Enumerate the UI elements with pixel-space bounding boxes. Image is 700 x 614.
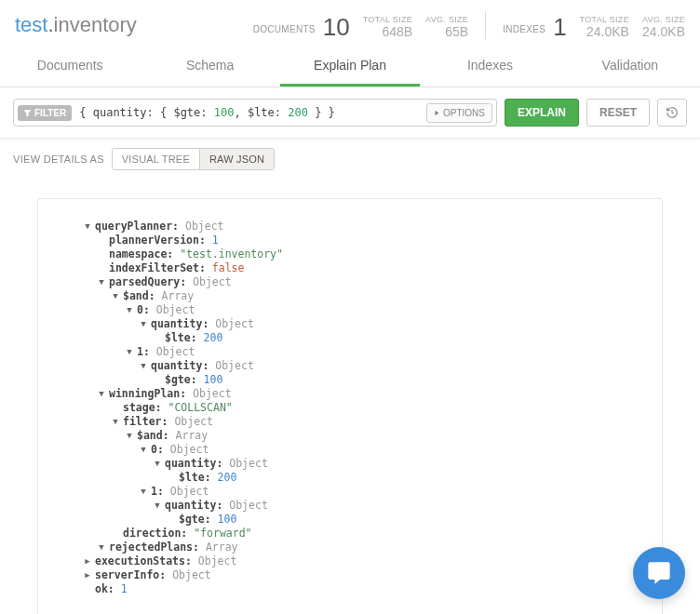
tree-row[interactable]: serverInfo: Object: [55, 568, 645, 582]
tree-key: rejectedPlans: [109, 541, 193, 554]
tree-key: serverInfo: [95, 568, 159, 582]
tree-value: 200: [218, 471, 237, 485]
history-button[interactable]: [657, 99, 687, 127]
docs-avg-size-label: AVG. SIZE: [425, 15, 468, 24]
tree-arrow-icon[interactable]: [97, 387, 106, 401]
tree-row[interactable]: 1: Object: [55, 485, 645, 499]
collection-name: inventory: [54, 13, 137, 36]
tree-value: Object: [170, 443, 209, 457]
tree-key: parsedQuery: [109, 275, 180, 289]
view-details-label: VIEW DETAILS AS: [13, 154, 104, 165]
tree-row[interactable]: quantity: Object: [55, 359, 645, 373]
tree-value: 200: [204, 331, 223, 345]
db-name: test: [15, 13, 47, 36]
tree-row: indexFilterSet: false: [55, 261, 645, 275]
tree-arrow-icon[interactable]: [125, 429, 134, 443]
tree-value: Object: [193, 275, 232, 289]
tree-row[interactable]: $and: Array: [55, 429, 645, 443]
reset-button[interactable]: RESET: [586, 99, 650, 127]
tree-arrow-icon[interactable]: [97, 541, 106, 554]
tree-row[interactable]: quantity: Object: [55, 499, 645, 513]
tree-value: "test.inventory": [180, 247, 283, 261]
idx-total-size-label: TOTAL SIZE: [580, 15, 629, 24]
tree-value: 100: [204, 373, 223, 387]
tree-row[interactable]: 1: Object: [55, 345, 645, 359]
tree-arrow-icon[interactable]: [83, 568, 92, 582]
visual-tree-toggle[interactable]: VISUAL TREE: [113, 149, 199, 169]
filter-badge-label: FILTER: [34, 108, 66, 118]
tree-key: quantity: [165, 499, 216, 513]
tree-arrow-icon[interactable]: [125, 303, 134, 317]
tree-value: Object: [229, 457, 268, 471]
tree-value: Object: [193, 387, 232, 401]
tree-key: 1: [151, 485, 157, 499]
idx-avg-size-label: AVG. SIZE: [642, 15, 685, 24]
tree-key: 1: [137, 345, 143, 359]
tab-validation[interactable]: Validation: [560, 47, 700, 87]
tree-row[interactable]: filter: Object: [55, 415, 645, 429]
tree-row[interactable]: $and: Array: [55, 289, 645, 303]
tree-key: $gte: [165, 373, 191, 387]
idx-total-size: 24.0KB: [580, 24, 629, 39]
tree-row[interactable]: 0: Object: [55, 303, 645, 317]
tree-value: Object: [172, 568, 211, 582]
tree-arrow-icon[interactable]: [83, 554, 92, 568]
tree-row[interactable]: queryPlanner: Object: [55, 220, 645, 234]
tree-arrow-icon[interactable]: [97, 275, 106, 289]
tab-indexes[interactable]: Indexes: [420, 47, 559, 87]
indexes-count: 1: [553, 15, 566, 39]
filter-icon: [23, 109, 32, 117]
options-label: OPTIONS: [443, 108, 485, 118]
caret-right-icon: [434, 110, 440, 116]
docs-avg-size: 65B: [425, 24, 468, 39]
tree-row: $lte: 200: [55, 331, 645, 345]
tree-arrow-icon[interactable]: [111, 289, 120, 303]
tree-key: $gte: [179, 513, 205, 527]
tree-value: Array: [162, 289, 195, 303]
tab-documents[interactable]: Documents: [0, 47, 140, 87]
tree-arrow-icon[interactable]: [139, 443, 148, 457]
tree-arrow-icon[interactable]: [125, 345, 134, 359]
explain-button[interactable]: EXPLAIN: [505, 99, 579, 127]
raw-json-toggle[interactable]: RAW JSON: [199, 149, 274, 169]
tree-row[interactable]: winningPlan: Object: [55, 387, 645, 401]
documents-label: DOCUMENTS: [253, 24, 316, 34]
options-button[interactable]: OPTIONS: [426, 103, 492, 123]
tree-arrow-icon[interactable]: [139, 359, 148, 373]
tab-explain-plan[interactable]: Explain Plan: [280, 47, 420, 87]
tree-key: winningPlan: [109, 387, 180, 401]
chat-button[interactable]: [633, 547, 685, 599]
tree-arrow-icon[interactable]: [153, 457, 162, 471]
tree-key: $and: [123, 289, 149, 303]
tree-key: quantity: [151, 359, 202, 373]
filter-input[interactable]: FILTER { quantity: { $gte: 100, $lte: 20…: [13, 99, 497, 127]
tree-value: Object: [156, 345, 195, 359]
tree-key: namespace: [109, 247, 167, 261]
tree-row[interactable]: rejectedPlans: Array: [55, 541, 645, 554]
tree-row[interactable]: parsedQuery: Object: [55, 275, 645, 289]
tree-value: Object: [215, 317, 254, 331]
tree-arrow-icon[interactable]: [111, 415, 120, 429]
tree-row: namespace: "test.inventory": [55, 247, 645, 261]
tree-row[interactable]: quantity: Object: [55, 317, 645, 331]
tab-schema[interactable]: Schema: [140, 47, 279, 87]
tree-key: executionStats: [95, 554, 185, 568]
tree-row[interactable]: 0: Object: [55, 443, 645, 457]
tree-key: ok: [95, 582, 108, 596]
filter-query: { quantity: { $gte: 100, $lte: 200 } }: [79, 106, 335, 119]
tree-arrow-icon[interactable]: [139, 485, 148, 499]
documents-count: 10: [323, 15, 350, 39]
tree-arrow-icon[interactable]: [139, 317, 148, 331]
tree-arrow-icon[interactable]: [83, 220, 92, 234]
tree-key: direction: [123, 527, 181, 541]
tree-arrow-icon[interactable]: [153, 499, 162, 513]
tree-row: ok: 1: [55, 582, 645, 596]
tree-key: plannerVersion: [109, 234, 199, 247]
docs-total-size: 648B: [363, 24, 412, 39]
tree-value: "forward": [194, 527, 251, 541]
tree-row[interactable]: quantity: Object: [55, 457, 645, 471]
tree-row[interactable]: executionStats: Object: [55, 554, 645, 568]
indexes-label: INDEXES: [503, 24, 545, 34]
tree-key: quantity: [151, 317, 202, 331]
tree-value: false: [212, 261, 245, 275]
